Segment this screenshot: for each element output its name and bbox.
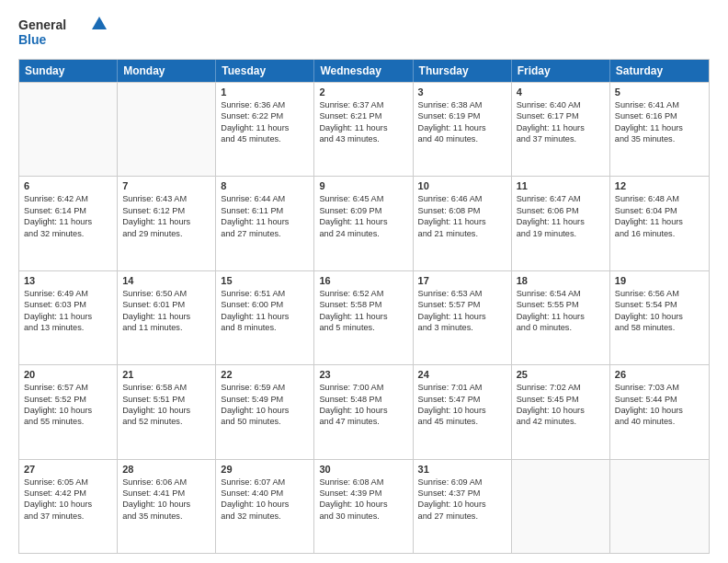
cell-info-line: Sunset: 5:49 PM: [221, 394, 309, 405]
cell-info-line: Sunset: 5:47 PM: [418, 394, 506, 405]
cell-info-line: Daylight: 10 hours: [615, 311, 704, 322]
cell-info-line: and 24 minutes.: [319, 228, 407, 239]
calendar-row-1: 6Sunrise: 6:42 AMSunset: 6:14 PMDaylight…: [19, 176, 709, 270]
cell-info-line: and 45 minutes.: [221, 133, 309, 144]
day-cell-24: 24Sunrise: 7:01 AMSunset: 5:47 PMDayligh…: [414, 365, 512, 458]
header-day-monday: Monday: [118, 60, 216, 82]
day-cell-5: 5Sunrise: 6:41 AMSunset: 6:16 PMDaylight…: [610, 83, 709, 176]
empty-cell: [610, 460, 709, 553]
cell-info-line: and 29 minutes.: [122, 228, 210, 239]
cell-info-line: and 5 minutes.: [319, 322, 407, 333]
day-number: 19: [615, 275, 704, 286]
svg-text:General: General: [18, 17, 66, 32]
cell-info-line: Daylight: 10 hours: [122, 499, 210, 510]
cell-info-line: Sunrise: 6:58 AM: [122, 382, 210, 393]
day-cell-6: 6Sunrise: 6:42 AMSunset: 6:14 PMDaylight…: [19, 177, 118, 270]
day-cell-7: 7Sunrise: 6:43 AMSunset: 6:12 PMDaylight…: [118, 177, 216, 270]
cell-info-line: and 55 minutes.: [24, 416, 112, 427]
cell-info-line: Sunset: 6:21 PM: [319, 110, 407, 121]
cell-info-line: and 3 minutes.: [418, 322, 506, 333]
cell-info-line: Sunrise: 7:01 AM: [418, 382, 506, 393]
header-day-friday: Friday: [512, 60, 610, 82]
cell-info-line: Daylight: 10 hours: [517, 405, 605, 416]
cell-info-line: Sunset: 6:06 PM: [517, 205, 605, 216]
day-cell-13: 13Sunrise: 6:49 AMSunset: 6:03 PMDayligh…: [19, 271, 118, 364]
cell-info-line: Sunset: 6:16 PM: [615, 110, 704, 121]
cell-info-line: Sunrise: 6:41 AM: [615, 99, 704, 110]
day-number: 7: [122, 180, 210, 191]
cell-info-line: Sunrise: 6:09 AM: [418, 477, 506, 488]
cell-info-line: Sunset: 6:00 PM: [221, 299, 309, 310]
cell-info-line: and 19 minutes.: [517, 228, 605, 239]
day-cell-14: 14Sunrise: 6:50 AMSunset: 6:01 PMDayligh…: [118, 271, 216, 364]
calendar-header: SundayMondayTuesdayWednesdayThursdayFrid…: [19, 60, 709, 82]
day-number: 14: [122, 275, 210, 286]
day-number: 30: [319, 464, 407, 475]
day-cell-31: 31Sunrise: 6:09 AMSunset: 4:37 PMDayligh…: [414, 460, 512, 553]
cell-info-line: Daylight: 11 hours: [24, 216, 112, 227]
empty-cell: [118, 83, 216, 176]
cell-info-line: Daylight: 11 hours: [221, 311, 309, 322]
cell-info-line: Daylight: 10 hours: [221, 405, 309, 416]
cell-info-line: Daylight: 10 hours: [24, 405, 112, 416]
cell-info-line: Daylight: 10 hours: [24, 499, 112, 510]
cell-info-line: and 32 minutes.: [221, 511, 309, 522]
cell-info-line: and 27 minutes.: [221, 228, 309, 239]
cell-info-line: Daylight: 11 hours: [319, 311, 407, 322]
cell-info-line: Sunrise: 6:48 AM: [615, 193, 704, 204]
cell-info-line: Sunrise: 6:51 AM: [221, 288, 309, 299]
cell-info-line: Sunset: 6:22 PM: [221, 110, 309, 121]
cell-info-line: Sunrise: 7:00 AM: [319, 382, 407, 393]
cell-info-line: and 35 minutes.: [122, 511, 210, 522]
cell-info-line: and 37 minutes.: [24, 511, 112, 522]
cell-info-line: Sunrise: 6:53 AM: [418, 288, 506, 299]
day-cell-15: 15Sunrise: 6:51 AMSunset: 6:00 PMDayligh…: [216, 271, 314, 364]
cell-info-line: Sunset: 6:14 PM: [24, 205, 112, 216]
svg-marker-2: [92, 17, 107, 29]
calendar: SundayMondayTuesdayWednesdayThursdayFrid…: [18, 59, 710, 554]
cell-info-line: and 40 minutes.: [615, 416, 704, 427]
cell-info-line: Sunrise: 6:08 AM: [319, 477, 407, 488]
cell-info-line: Daylight: 10 hours: [615, 405, 704, 416]
day-number: 13: [24, 275, 112, 286]
cell-info-line: Sunrise: 6:49 AM: [24, 288, 112, 299]
day-cell-17: 17Sunrise: 6:53 AMSunset: 5:57 PMDayligh…: [414, 271, 512, 364]
cell-info-line: Daylight: 11 hours: [615, 122, 704, 133]
day-number: 2: [319, 86, 407, 98]
cell-info-line: Daylight: 10 hours: [319, 405, 407, 416]
cell-info-line: Daylight: 11 hours: [122, 311, 210, 322]
cell-info-line: Daylight: 11 hours: [517, 216, 605, 227]
day-number: 21: [122, 369, 210, 380]
day-cell-30: 30Sunrise: 6:08 AMSunset: 4:39 PMDayligh…: [314, 460, 413, 553]
day-cell-26: 26Sunrise: 7:03 AMSunset: 5:44 PMDayligh…: [610, 365, 709, 458]
cell-info-line: Sunrise: 6:59 AM: [221, 382, 309, 393]
day-number: 3: [418, 86, 506, 98]
day-cell-8: 8Sunrise: 6:44 AMSunset: 6:11 PMDaylight…: [216, 177, 314, 270]
cell-info-line: Sunrise: 6:44 AM: [221, 193, 309, 204]
cell-info-line: Sunrise: 6:38 AM: [418, 99, 506, 110]
day-number: 12: [615, 180, 704, 191]
cell-info-line: and 43 minutes.: [319, 133, 407, 144]
day-number: 5: [615, 86, 704, 98]
cell-info-line: Daylight: 11 hours: [221, 216, 309, 227]
header-day-tuesday: Tuesday: [216, 60, 314, 82]
day-cell-2: 2Sunrise: 6:37 AMSunset: 6:21 PMDaylight…: [314, 83, 413, 176]
cell-info-line: and 0 minutes.: [517, 322, 605, 333]
cell-info-line: Sunrise: 6:05 AM: [24, 477, 112, 488]
logo-svg: General Blue: [18, 15, 110, 50]
cell-info-line: Sunset: 6:04 PM: [615, 205, 704, 216]
cell-info-line: and 27 minutes.: [418, 511, 506, 522]
day-cell-16: 16Sunrise: 6:52 AMSunset: 5:58 PMDayligh…: [314, 271, 413, 364]
cell-info-line: Sunset: 4:42 PM: [24, 488, 112, 499]
cell-info-line: Daylight: 11 hours: [517, 122, 605, 133]
cell-info-line: Sunset: 4:37 PM: [418, 488, 506, 499]
cell-info-line: and 52 minutes.: [122, 416, 210, 427]
day-number: 11: [517, 180, 605, 191]
cell-info-line: Daylight: 11 hours: [122, 216, 210, 227]
day-cell-27: 27Sunrise: 6:05 AMSunset: 4:42 PMDayligh…: [19, 460, 118, 553]
day-number: 18: [517, 275, 605, 286]
cell-info-line: and 21 minutes.: [418, 228, 506, 239]
cell-info-line: Sunset: 4:40 PM: [221, 488, 309, 499]
cell-info-line: and 37 minutes.: [517, 133, 605, 144]
day-cell-12: 12Sunrise: 6:48 AMSunset: 6:04 PMDayligh…: [610, 177, 709, 270]
